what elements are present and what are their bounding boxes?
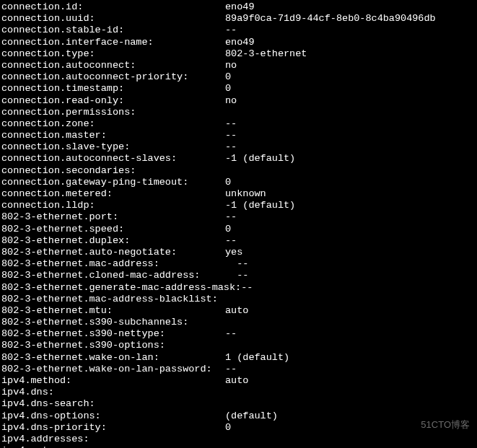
config-key: connection.timestamp: — [1, 83, 225, 95]
config-row: connection.secondaries: — [1, 165, 477, 177]
config-key: connection.slave-type: — [1, 141, 225, 153]
config-key: 802-3-ethernet.wake-on-lan-password: — [1, 364, 225, 375]
config-key: 802-3-ethernet.duplex: — [1, 235, 225, 247]
config-value: 0 — [225, 177, 231, 188]
config-key: 802-3-ethernet.port: — [1, 211, 225, 223]
config-key: 802-3-ethernet.speed: — [1, 224, 225, 235]
config-key: 802-3-ethernet.mtu: — [1, 305, 225, 317]
terminal-output: connection.id:eno49connection.uuid:89a9f… — [1, 1, 477, 448]
config-key: connection.lldp: — [1, 200, 225, 211]
config-key: 802-3-ethernet.generate-mac-address-mask… — [1, 282, 225, 294]
config-row: connection.id:eno49 — [1, 1, 477, 13]
config-value: -- — [225, 25, 237, 36]
config-value: 0 — [225, 422, 231, 434]
config-value: 0 — [225, 224, 231, 235]
config-value: -- — [225, 270, 248, 281]
config-key: 802-3-ethernet.cloned-mac-address: — [1, 270, 225, 281]
config-key: ipv4.dns: — [1, 387, 225, 398]
config-row: connection.autoconnect-slaves:-1 (defaul… — [1, 153, 477, 164]
config-row: 802-3-ethernet.speed:0 — [1, 224, 477, 235]
config-row: 802-3-ethernet.mac-address-blacklist: — [1, 294, 477, 305]
config-value: -- — [225, 130, 237, 141]
config-key: ipv4.method: — [1, 375, 225, 387]
config-row: connection.stable-id:-- — [1, 25, 477, 36]
config-row: ipv4.dns-search: — [1, 398, 477, 410]
config-key: connection.stable-id: — [1, 25, 225, 36]
config-key: connection.id: — [1, 1, 225, 13]
config-key: connection.uuid: — [1, 13, 225, 25]
config-value: -- — [225, 328, 237, 340]
config-key: connection.permissions: — [1, 107, 225, 118]
config-key: 802-3-ethernet.mac-address-blacklist: — [1, 294, 225, 305]
config-row: 802-3-ethernet.s390-nettype:-- — [1, 328, 477, 340]
config-row: ipv4.gateway:-- — [1, 445, 477, 448]
config-row: connection.type:802-3-ethernet — [1, 48, 477, 60]
config-value: auto — [225, 305, 248, 317]
config-row: 802-3-ethernet.auto-negotiate:yes — [1, 247, 477, 258]
config-value: no — [225, 60, 237, 71]
config-key: connection.autoconnect: — [1, 60, 225, 71]
config-value: -- — [225, 141, 237, 153]
config-row: ipv4.addresses: — [1, 434, 477, 445]
config-key: connection.type: — [1, 48, 225, 60]
config-key: connection.autoconnect-slaves: — [1, 153, 225, 164]
config-row: connection.permissions: — [1, 107, 477, 118]
config-row: connection.master:-- — [1, 130, 477, 141]
config-row: 802-3-ethernet.mac-address: -- — [1, 258, 477, 270]
config-row: 802-3-ethernet.mtu:auto — [1, 305, 477, 317]
config-row: 802-3-ethernet.s390-options: — [1, 340, 477, 351]
config-row: connection.lldp:-1 (default) — [1, 200, 477, 211]
config-row: 802-3-ethernet.s390-subchannels: — [1, 317, 477, 328]
config-value: yes — [225, 247, 242, 258]
config-key: ipv4.gateway: — [1, 445, 225, 448]
config-row: connection.slave-type:-- — [1, 141, 477, 153]
config-row: 802-3-ethernet.cloned-mac-address: -- — [1, 270, 477, 281]
config-value: 802-3-ethernet — [225, 48, 307, 60]
config-key: connection.autoconnect-priority: — [1, 71, 225, 83]
config-key: connection.zone: — [1, 118, 225, 130]
config-key: connection.interface-name: — [1, 37, 225, 48]
config-key: 802-3-ethernet.s390-nettype: — [1, 328, 225, 340]
config-row: connection.autoconnect-priority:0 — [1, 71, 477, 83]
config-value: 0 — [225, 83, 231, 95]
config-value: unknown — [225, 188, 266, 200]
watermark: 51CTO博客 — [421, 419, 470, 431]
config-row: connection.uuid:89a9f0ca-71d9-44cf-8eb0-… — [1, 13, 477, 25]
config-key: 802-3-ethernet.auto-negotiate: — [1, 247, 225, 258]
config-row: connection.metered:unknown — [1, 188, 477, 200]
config-value: -- — [225, 258, 248, 270]
config-row: connection.gateway-ping-timeout:0 — [1, 177, 477, 188]
config-row: ipv4.dns-priority:0 — [1, 422, 477, 434]
config-key: ipv4.addresses: — [1, 434, 225, 445]
config-value: -- — [225, 364, 237, 375]
config-row: ipv4.method:auto — [1, 375, 477, 387]
config-value: -- — [225, 445, 237, 448]
config-value: -- — [225, 235, 237, 247]
config-value: 1 (default) — [225, 352, 289, 364]
config-value: no — [225, 95, 237, 107]
config-row: connection.interface-name:eno49 — [1, 37, 477, 48]
config-key: ipv4.dns-options: — [1, 410, 225, 422]
config-value: -1 (default) — [225, 153, 295, 164]
config-key: connection.secondaries: — [1, 165, 225, 177]
config-key: ipv4.dns-search: — [1, 398, 225, 410]
config-key: 802-3-ethernet.mac-address: — [1, 258, 225, 270]
config-row: 802-3-ethernet.wake-on-lan-password:-- — [1, 364, 477, 375]
config-key: ipv4.dns-priority: — [1, 422, 225, 434]
config-value: 89a9f0ca-71d9-44cf-8eb0-8c4ba90496db — [225, 13, 436, 25]
config-row: ipv4.dns: — [1, 387, 477, 398]
config-key: 802-3-ethernet.s390-options: — [1, 340, 225, 351]
config-row: connection.zone:-- — [1, 118, 477, 130]
config-row: connection.autoconnect:no — [1, 60, 477, 71]
config-value: -- — [225, 211, 237, 223]
config-row: 802-3-ethernet.generate-mac-address-mask… — [1, 282, 477, 294]
config-row: 802-3-ethernet.wake-on-lan:1 (default) — [1, 352, 477, 364]
config-row: 802-3-ethernet.duplex:-- — [1, 235, 477, 247]
config-value: eno49 — [225, 37, 255, 48]
config-row: ipv4.dns-options:(default) — [1, 410, 477, 422]
config-row: 802-3-ethernet.port:-- — [1, 211, 477, 223]
config-row: connection.timestamp:0 — [1, 83, 477, 95]
config-value: 0 — [225, 71, 231, 83]
config-key: 802-3-ethernet.wake-on-lan: — [1, 352, 225, 364]
config-value: -1 (default) — [225, 200, 295, 211]
